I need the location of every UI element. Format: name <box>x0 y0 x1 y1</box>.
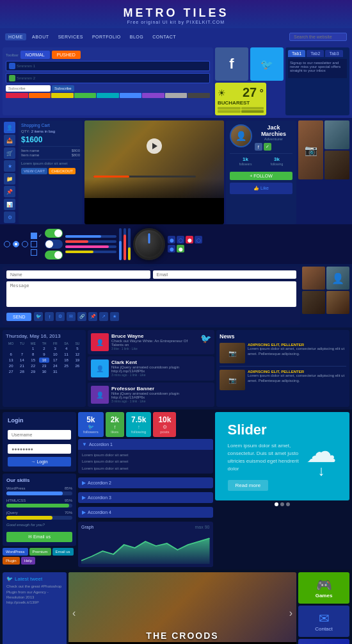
sidebar-icon-pin[interactable]: 📌 <box>4 186 15 197</box>
slider-track-3[interactable] <box>65 245 116 248</box>
stat-tile-1[interactable]: 5k 🐦 followers <box>78 412 104 437</box>
form-message-input[interactable] <box>6 281 296 307</box>
contact-tile[interactable]: ✉ Contact <box>298 606 349 637</box>
subscribe-btn[interactable]: Subscribe <box>52 85 74 92</box>
slider-track-4[interactable] <box>65 251 116 253</box>
nav-about[interactable]: ABOUT <box>29 33 52 40</box>
cal-day-17[interactable]: 17 <box>50 358 60 363</box>
cal-day-22[interactable]: 22 <box>28 363 38 368</box>
cal-day-5[interactable]: 5 <box>72 346 83 351</box>
subscribe-input[interactable] <box>6 85 51 92</box>
cal-day-24[interactable]: 24 <box>50 363 60 368</box>
form-send-btn[interactable]: SEND <box>6 313 31 321</box>
ctrl-icon-4[interactable]: ◯ <box>195 236 202 244</box>
cal-day-16[interactable]: 16 <box>39 358 49 363</box>
toggle-1[interactable] <box>45 229 63 238</box>
btn-wordpress[interactable]: WordPress <box>3 548 28 556</box>
games-tile[interactable]: 🎮 Games <box>298 572 349 604</box>
nav-services[interactable]: SERVICES <box>55 33 86 40</box>
radio-item-3[interactable] <box>22 241 28 247</box>
username-input[interactable] <box>8 430 71 440</box>
accordion-1-header[interactable]: ▼ Accordion 1 <box>78 439 213 450</box>
sidebar-icon-settings[interactable]: ⚙ <box>4 211 15 223</box>
facebook-tile[interactable]: f <box>215 47 248 81</box>
slider-dot-3[interactable] <box>286 502 290 506</box>
btn-help[interactable]: Help <box>21 557 35 565</box>
play-button[interactable] <box>147 138 162 154</box>
stat-tile-3[interactable]: 7.5k ↑ following <box>126 412 151 437</box>
cal-day-14[interactable]: 14 <box>17 358 27 363</box>
nav-search-input[interactable] <box>289 33 347 41</box>
accordion-2-header[interactable]: ▶ Accordion 2 <box>78 477 213 488</box>
cal-day-1[interactable]: 1 <box>28 346 38 351</box>
slider-dot-2[interactable] <box>280 502 284 506</box>
checkbox-1[interactable]: ✓ <box>31 233 42 239</box>
cal-day-10[interactable]: 10 <box>50 352 60 357</box>
cal-day-19[interactable]: 19 <box>72 358 83 363</box>
form-share-icon[interactable]: ↗ <box>99 312 108 321</box>
form-fb-icon[interactable]: f <box>45 312 54 321</box>
cal-day-3[interactable]: 3 <box>50 346 60 351</box>
ctrl-icon-2[interactable]: ◯ <box>177 236 184 244</box>
cal-day-15[interactable]: 15 <box>28 358 38 363</box>
btn-normal[interactable]: NORMAL <box>20 51 50 59</box>
tab-2[interactable]: Tab2 <box>307 50 324 57</box>
hero-slider-btn[interactable]: Read more <box>228 480 269 491</box>
nav-portfolio[interactable]: PORTFOLIO <box>89 33 124 40</box>
sidebar-icon-files[interactable]: 📁 <box>4 173 15 185</box>
cal-day-29[interactable]: 29 <box>28 369 38 374</box>
cal-day-13[interactable]: 13 <box>6 358 16 363</box>
cal-day-21[interactable]: 21 <box>17 363 27 368</box>
cal-day-28[interactable]: 28 <box>17 369 27 374</box>
btn-premium[interactable]: Premium <box>29 548 51 556</box>
slider-dot-1[interactable] <box>275 502 278 506</box>
cal-day-23[interactable]: 23 <box>39 363 49 368</box>
cal-day-12[interactable]: 12 <box>72 352 83 357</box>
profile-rss-icon[interactable]: ✓ <box>264 143 271 151</box>
vslider-2[interactable] <box>124 228 126 260</box>
accordion-4-header[interactable]: ▶ Accordion 4 <box>78 507 213 518</box>
slider-track-1[interactable] <box>65 235 116 238</box>
login-button[interactable]: → Login <box>8 457 71 466</box>
ctrl-icon-5[interactable]: ⬤ <box>168 245 175 252</box>
email-btn[interactable]: ✉ Email us <box>6 532 72 542</box>
cal-day-11[interactable]: 11 <box>61 352 71 357</box>
checkout-btn[interactable]: CHECKOUT <box>49 168 76 174</box>
ctrl-icon-1[interactable]: ⬤ <box>168 236 175 244</box>
cal-day-8[interactable]: 8 <box>28 352 38 357</box>
form-twitter-icon[interactable]: 🐦 <box>34 312 43 321</box>
btn-pushed[interactable]: PUSHED <box>52 51 81 59</box>
cal-day-18[interactable]: 18 <box>61 358 71 363</box>
slider-track-2[interactable] <box>65 240 116 243</box>
video-progress-bar[interactable] <box>93 176 196 178</box>
portfolio-tile[interactable]: Portfolio <box>298 639 349 644</box>
nav-contact[interactable]: CONTACT <box>149 33 179 40</box>
sidebar-icon-star[interactable]: ★ <box>4 160 15 172</box>
form-link-icon[interactable]: 🔗 <box>77 312 86 321</box>
cal-day-9[interactable]: 9 <box>39 352 49 357</box>
vslider-3[interactable] <box>128 228 131 260</box>
sidebar-icon-shop[interactable]: 🛒 <box>4 147 15 159</box>
cal-day-20[interactable]: 20 <box>6 363 16 368</box>
form-rss-icon[interactable]: ⚙ <box>56 312 65 321</box>
cal-day-25[interactable]: 25 <box>61 363 71 368</box>
form-star-icon[interactable]: ★ <box>110 312 119 321</box>
knob-control[interactable] <box>133 228 165 260</box>
stat-tile-4[interactable]: 10k ⚙ posts <box>153 412 176 437</box>
vslider-1[interactable] <box>119 228 122 260</box>
twitter-tile[interactable]: 🐦 <box>250 47 284 81</box>
form-name-input[interactable] <box>6 270 150 279</box>
toggle-3[interactable] <box>45 251 63 260</box>
checkbox-2[interactable] <box>31 241 42 247</box>
toggle-2[interactable] <box>45 240 63 249</box>
follow-button[interactable]: + FOLLOW <box>230 172 292 180</box>
cal-day-6[interactable]: 6 <box>6 352 16 357</box>
carousel-prev[interactable]: ‹ <box>70 607 78 619</box>
btn-plugin[interactable]: Plugin <box>3 557 20 565</box>
sidebar-icon-inbox[interactable]: 📥 <box>4 135 15 146</box>
weather-tile[interactable]: ☀ 27 ° BUCHAREST <box>215 83 266 115</box>
form-pin-icon[interactable]: 📌 <box>88 312 97 321</box>
form-email-input[interactable] <box>153 270 297 279</box>
radio-item-2[interactable] <box>13 241 19 247</box>
ctrl-icon-3[interactable]: ⬤ <box>186 236 193 244</box>
